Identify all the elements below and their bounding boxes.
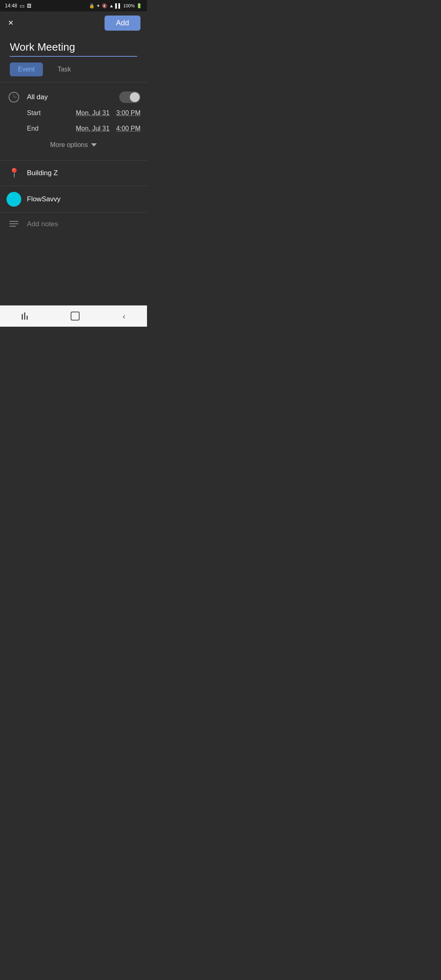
home-icon (71, 312, 80, 321)
pin-icon: 📍 (9, 168, 20, 178)
status-bar: 14:48 ▭ 🖼 🔒 ✶ 🔇 ▲ ▌▌ 100% 🔋 (0, 0, 147, 11)
bluetooth-icon: ✶ (96, 3, 100, 9)
recent-apps-icon (22, 312, 28, 320)
back-button[interactable]: ‹ (123, 312, 126, 321)
clock-icon (9, 92, 19, 102)
line-1 (9, 221, 18, 222)
location-section[interactable]: 📍 Building Z (0, 160, 147, 186)
back-icon: ‹ (123, 312, 126, 321)
start-date: Mon, Jul 31 (76, 109, 110, 117)
status-time: 14:48 (5, 3, 17, 9)
tab-event[interactable]: Event (10, 62, 43, 76)
wifi-icon: ▲ (109, 3, 114, 8)
home-button[interactable] (71, 312, 80, 321)
add-button[interactable]: Add (105, 16, 140, 31)
location-text: Building Z (21, 169, 58, 177)
toggle-thumb (130, 92, 140, 102)
end-time: 4:00 PM (116, 125, 140, 132)
tab-task[interactable]: Task (49, 62, 79, 76)
status-right: 🔒 ✶ 🔇 ▲ ▌▌ 100% 🔋 (89, 3, 142, 9)
calendar-name: FlowSavvy (21, 195, 60, 203)
all-day-toggle[interactable] (119, 91, 140, 103)
calendar-section[interactable]: FlowSavvy (0, 186, 147, 212)
chevron-down-icon (91, 143, 97, 147)
mute-icon: 🔇 (102, 3, 107, 9)
notes-placeholder: Add notes (21, 220, 58, 228)
tabs: Event Task (0, 57, 147, 82)
end-label: End (27, 125, 76, 132)
lines-icon (9, 221, 18, 227)
line-3 (9, 226, 16, 227)
image-icon: 🖼 (27, 3, 31, 8)
notes-section[interactable]: Add notes (0, 213, 147, 236)
start-row[interactable]: Start Mon, Jul 31 3:00 PM (0, 105, 147, 121)
status-left: 14:48 ▭ 🖼 (5, 3, 31, 9)
title-section (0, 34, 147, 57)
recent-apps-button[interactable] (22, 312, 28, 320)
location-icon-container: 📍 (7, 168, 21, 178)
event-title-input[interactable] (10, 41, 137, 57)
start-time: 3:00 PM (116, 109, 140, 117)
lock-icon: 🔒 (89, 3, 95, 9)
all-day-row: All day (0, 89, 147, 105)
more-options-row[interactable]: More options (0, 136, 147, 154)
start-label: Start (27, 109, 76, 117)
more-options-text: More options (50, 141, 88, 149)
line-2 (9, 223, 18, 224)
nav-bar: ‹ (0, 305, 147, 327)
close-button[interactable]: × (7, 16, 15, 30)
notes-icon-container (7, 220, 21, 227)
signal-icon: ▌▌ (115, 3, 122, 8)
top-bar: × Add (0, 11, 147, 34)
battery-percent: 100% (123, 3, 135, 8)
end-date: Mon, Jul 31 (76, 125, 110, 132)
time-section: All day Start Mon, Jul 31 3:00 PM End Mo… (0, 82, 147, 160)
end-row[interactable]: End Mon, Jul 31 4:00 PM (0, 121, 147, 136)
all-day-label: All day (21, 93, 119, 101)
battery-icon: 🔋 (136, 3, 142, 9)
clock-icon-container (7, 92, 21, 102)
calendar-color-dot (7, 192, 21, 207)
tablet-icon: ▭ (20, 3, 24, 9)
